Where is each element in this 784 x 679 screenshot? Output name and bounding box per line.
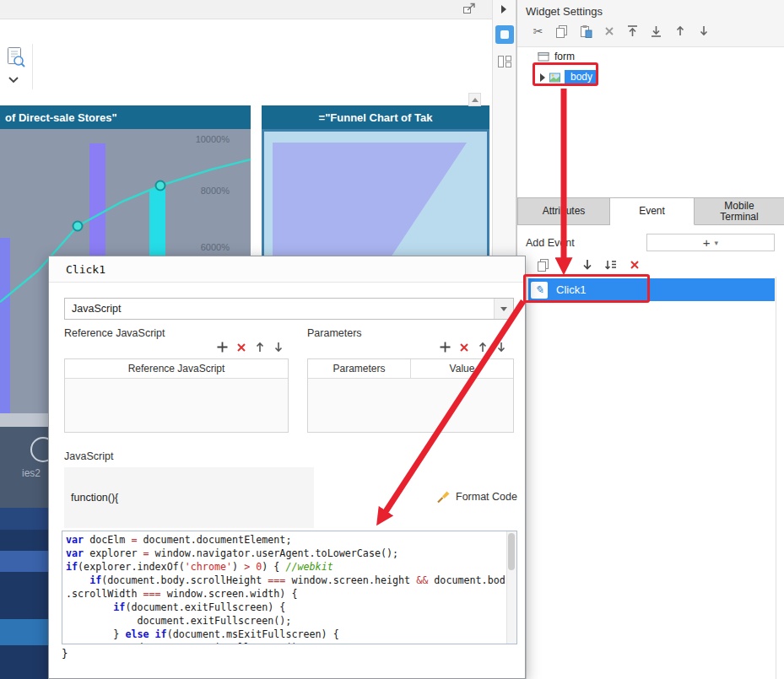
expander-icon[interactable]	[540, 73, 545, 82]
move-reference-down-icon[interactable]	[270, 339, 286, 355]
move-to-top-icon[interactable]	[625, 24, 640, 38]
paste-icon[interactable]	[578, 24, 592, 38]
tree-node-body[interactable]: body	[540, 70, 598, 84]
tab-event[interactable]: Event	[610, 197, 695, 225]
format-code-button[interactable]: Format Code	[435, 489, 517, 504]
format-code-label: Format Code	[456, 491, 517, 503]
sort-events-icon[interactable]	[603, 257, 618, 272]
javascript-label: JavaScript	[64, 450, 113, 462]
y-axis-tick: 10000%	[196, 134, 230, 144]
event-type-value: JavaScript	[72, 303, 121, 315]
parameters-column-header: Parameters	[308, 359, 411, 378]
parameters-label: Parameters	[307, 327, 362, 339]
cut-icon[interactable]: ✂	[531, 24, 545, 38]
code-scrollbar[interactable]	[506, 531, 516, 644]
copy-event-icon[interactable]	[536, 257, 551, 272]
partial-series-label: ies2	[22, 467, 41, 479]
pencil-glyph: ✎	[535, 283, 544, 296]
widget-settings-panel: Widget Settings ✂	[516, 0, 784, 679]
tree-node-label-selected: body	[565, 70, 598, 84]
y-axis-tick: 8000%	[201, 186, 230, 196]
dialog-titlebar[interactable]: Click1	[49, 256, 525, 283]
dialog-title: Click1	[66, 263, 105, 276]
move-up-icon[interactable]	[673, 24, 687, 38]
function-open-text: function(){	[71, 492, 118, 504]
tab-label: Event	[639, 206, 665, 217]
triangle-down-glyph	[500, 307, 507, 311]
reference-js-toolbar	[214, 339, 286, 355]
scrollbar-thumb[interactable]	[508, 533, 515, 570]
tree-node-label: form	[554, 51, 575, 62]
delete-event-icon[interactable]	[627, 257, 642, 272]
toolbar-separator	[32, 44, 33, 89]
tab-label: Mobile Terminal	[706, 201, 772, 223]
parameters-toolbar	[437, 339, 509, 355]
function-signature-box: function(){	[64, 467, 314, 528]
move-parameter-down-icon[interactable]	[493, 339, 509, 355]
reference-js-label: Reference JavaScript	[64, 327, 165, 339]
chart2-title-bar[interactable]: ="Funnel Chart of Tak	[262, 105, 489, 129]
reference-js-table-header: Reference JavaScript	[65, 359, 288, 379]
canvas-top-strip	[0, 0, 492, 19]
delete-icon[interactable]	[602, 24, 616, 38]
chevron-down-icon: ▾	[715, 239, 719, 247]
add-event-button[interactable]: + ▾	[646, 234, 775, 251]
y-axis-tick: 6000%	[201, 242, 230, 252]
tab-label: Attributes	[543, 206, 586, 217]
form-icon	[538, 51, 549, 62]
panel-title: Widget Settings	[526, 5, 603, 18]
layout-tool-icon[interactable]	[495, 52, 514, 71]
move-event-down-icon[interactable]	[580, 257, 595, 272]
widget-tool-icon[interactable]	[495, 25, 514, 44]
move-reference-up-icon[interactable]	[251, 339, 268, 355]
app-window: of Direct-sale Stores" 10000% 8000% 6000…	[0, 0, 784, 679]
move-down-icon[interactable]	[696, 24, 711, 38]
scroll-up-button[interactable]	[468, 93, 481, 106]
tree-node-form[interactable]: form	[538, 51, 575, 62]
float-window-icon[interactable]	[462, 3, 477, 15]
reference-js-table[interactable]: Reference JavaScript	[64, 358, 289, 433]
parameters-table-header: Parameters Value	[308, 359, 513, 379]
edit-pencil-icon[interactable]: ✎	[531, 282, 548, 299]
code-editor[interactable]: var docElm = document.documentElement;va…	[62, 531, 517, 644]
panel-tabs: Attributes Event Mobile Terminal	[517, 197, 784, 225]
expand-panel-icon[interactable]	[501, 5, 506, 13]
event-list[interactable]	[526, 277, 776, 679]
value-column-header: Value	[411, 359, 513, 378]
copy-icon[interactable]	[554, 24, 569, 38]
delete-parameter-icon[interactable]	[456, 339, 472, 355]
tab-attributes[interactable]: Attributes	[517, 197, 610, 225]
chart1-title: of Direct-sale Stores"	[5, 111, 117, 124]
code-content: var docElm = document.documentElement;va…	[66, 533, 505, 644]
add-parameter-icon[interactable]	[437, 339, 453, 355]
parameters-table[interactable]: Parameters Value	[307, 358, 514, 433]
delete-reference-icon[interactable]	[233, 339, 249, 355]
function-close-brace: }	[62, 647, 68, 660]
brush-icon	[435, 489, 451, 504]
event-item-click1[interactable]: ✎ Click1	[528, 278, 775, 301]
chevron-down-icon[interactable]	[494, 299, 513, 319]
chevron-down-icon[interactable]	[8, 76, 19, 84]
event-type-select[interactable]: JavaScript	[64, 298, 514, 320]
widget-tool-glyph	[500, 30, 509, 39]
event-editor-dialog: Click1 JavaScript Reference JavaScript P…	[48, 256, 526, 679]
preview-icon[interactable]	[5, 46, 27, 69]
triangle-up-icon	[472, 98, 479, 102]
move-parameter-up-icon[interactable]	[474, 339, 490, 355]
tab-mobile-terminal[interactable]: Mobile Terminal	[695, 197, 784, 225]
move-to-bottom-icon[interactable]	[649, 24, 663, 38]
chart1-title-bar[interactable]: of Direct-sale Stores"	[0, 105, 251, 129]
add-reference-icon[interactable]	[214, 339, 230, 355]
chart2-title: ="Funnel Chart of Tak	[319, 111, 433, 124]
body-widget-icon	[549, 73, 560, 83]
event-item-label: Click1	[556, 283, 586, 296]
panel-toolbar: ✂	[531, 24, 711, 38]
add-event-label: Add Event	[526, 237, 575, 249]
plus-icon: +	[703, 236, 711, 249]
